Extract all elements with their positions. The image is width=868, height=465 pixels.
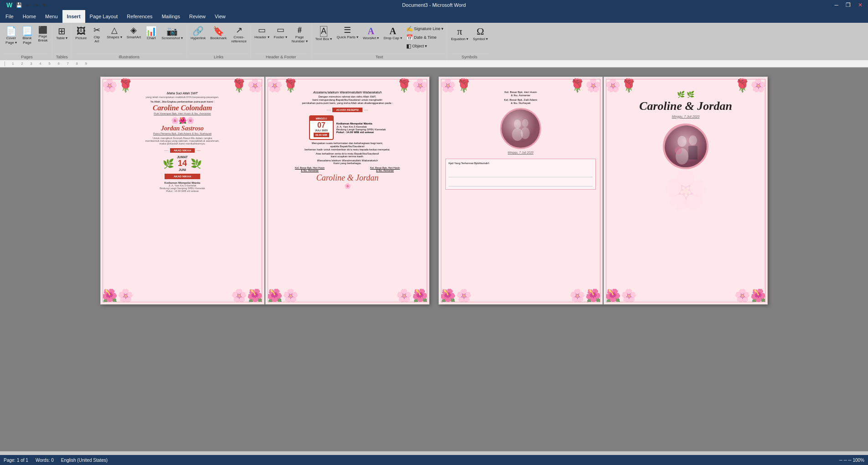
screenshot-button[interactable]: 📷 Screenshot ▾ xyxy=(160,25,185,42)
p4-date: Minggu, 7 Juli 2020 xyxy=(611,115,760,118)
illustrations-group-label: Illustrations xyxy=(73,53,185,59)
svg-point-5 xyxy=(665,125,708,169)
acara-badge: ACARA RESEPSI xyxy=(332,108,362,112)
floral-bl-1: 🌺🌸 xyxy=(102,288,134,303)
equation-button[interactable]: π Equation ▾ xyxy=(449,25,470,43)
page-4-content[interactable]: 🌸🌹 🌹🌸 🌺🌸 🌸🌺 🌸 🌿 🌿 Caroline & Jordan xyxy=(604,77,768,305)
customize-button[interactable]: ▼ xyxy=(41,2,47,8)
wordart-icon: A xyxy=(368,26,374,36)
tab-file[interactable]: File xyxy=(1,10,18,23)
page-3-content[interactable]: 🌸🌹 🌹🌸 🌺🌸 🌸🌺 Kel. Besar Bpk. Heri Husin &… xyxy=(439,77,603,305)
text-box-button[interactable]: A Text Box ▾ xyxy=(314,25,334,42)
resepsi-section: ···· ACARA RESEPSI ···· xyxy=(272,106,423,114)
signature-stack: ✍ Signature Line ▾ 📅 Date & Time ◧ Objec… xyxy=(405,25,445,50)
ribbon: 📄 CoverPage ▾ 📃 BlankPage ⬛ PageBreak Pa… xyxy=(0,23,868,60)
object-icon: ◧ xyxy=(406,43,411,49)
resepsi-venue: Kediaman Mempelai Wanita Jl. A. Yani Km.… xyxy=(336,122,386,134)
page-4-inner: 🌸🌹 🌹🌸 🌺🌸 🌸🌺 🌸 🌿 🌿 Caroline & Jordan xyxy=(604,77,767,304)
p2-honor3: berkenan hadir untuk memberikan do'a res… xyxy=(272,148,423,151)
cover-page-button[interactable]: 📄 CoverPage ▾ xyxy=(4,25,19,46)
links-group-label: Links xyxy=(189,53,248,59)
address-box: Kpd Yang Terhormat Bpk/ibu/sdr/i xyxy=(445,159,596,190)
header-button[interactable]: ▭ Header ▾ xyxy=(253,25,271,41)
tab-home[interactable]: Home xyxy=(18,10,41,23)
svg-point-8 xyxy=(689,135,697,145)
clip-art-button[interactable]: ✂ ClipArt xyxy=(89,25,104,45)
page-2-content[interactable]: 🌸🌹 🌹🌸 🌺🌸 🌸🌺 Assalamu'alaikum Warahmatull… xyxy=(265,77,429,305)
p3-family-right2: & Ibu. Nurhayati xyxy=(445,102,596,104)
undo-button[interactable]: ↩ xyxy=(25,2,31,9)
page-break-icon: ⬛ xyxy=(38,26,47,34)
zoom-controls[interactable]: ─ ─ ─ 100% xyxy=(839,458,864,463)
language-indicator: English (United States) xyxy=(61,458,108,463)
table-button[interactable]: ⊞ Table ▾ xyxy=(54,25,69,42)
table-icon: ⊞ xyxy=(58,26,66,36)
shapes-button[interactable]: △ Shapes ▾ xyxy=(105,25,124,41)
resepsi-calendar: MINGGU 07 JULI 2020 09.00 WIB xyxy=(309,115,334,140)
text-group-label: Text xyxy=(314,53,445,59)
equation-icon: π xyxy=(457,26,462,37)
text-buttons: A Text Box ▾ ☰ Quick Parts ▾ A WordArt ▾… xyxy=(314,25,445,53)
picture-button[interactable]: 🖼 Picture xyxy=(73,25,88,42)
quick-parts-button[interactable]: ☰ Quick Parts ▾ xyxy=(335,25,360,41)
time-label: Pukul : 14.00 WIB s/d selesai xyxy=(108,190,257,192)
families-row: Kel. Besar Bpk. Heri Husin & Ibu. Asmani… xyxy=(272,166,423,172)
pages-buttons: 📄 CoverPage ▾ 📃 BlankPage ⬛ PageBreak xyxy=(4,25,50,53)
page-3-text: Kel. Besar Bpk. Heri Husin & Ibu. Asmani… xyxy=(439,77,602,193)
ribbon-group-illustrations: 🖼 Picture ✂ ClipArt △ Shapes ▾ ◈ SmartAr… xyxy=(72,24,187,60)
prayer-text: Ya Allah, Jika Engkau perkenankan putra-… xyxy=(108,100,257,103)
hyperlink-button[interactable]: 🔗 Hyperlink xyxy=(189,25,207,42)
redo-button[interactable]: ↪ xyxy=(33,2,39,9)
cross-reference-button[interactable]: ↗ Cross-reference xyxy=(229,25,248,45)
smartart-icon: ◈ xyxy=(130,26,137,35)
symbols-group-label: Symbols xyxy=(449,53,490,59)
text-box-icon: A xyxy=(320,26,327,37)
svg-rect-9 xyxy=(688,146,698,160)
blank-page-button[interactable]: 📃 BlankPage xyxy=(20,25,35,46)
title-bar-left: W 💾 ↩ ↪ ▼ xyxy=(4,1,49,9)
purpose3-text: maka ijinkanlah kami menikahkannya. xyxy=(108,142,257,145)
tab-references[interactable]: References xyxy=(122,10,157,23)
akad-day: JUMAT xyxy=(177,155,188,159)
tab-mailings[interactable]: Mailings xyxy=(157,10,185,23)
drop-cap-button[interactable]: A Drop Cap ▾ xyxy=(382,25,403,42)
resepsi-venue-label: Kediaman Mempelai Wanita xyxy=(336,122,386,125)
signature-line-button[interactable]: ✍ Signature Line ▾ xyxy=(405,25,445,33)
restore-button[interactable]: ❐ xyxy=(844,2,852,8)
tab-view[interactable]: View xyxy=(210,10,230,23)
chart-icon: 📊 xyxy=(145,26,157,36)
minimize-button[interactable]: ─ xyxy=(832,2,840,8)
smartart-button[interactable]: ◈ SmartArt xyxy=(125,25,143,41)
ribbon-group-symbols: π Equation ▾ Ω Symbol ▾ Symbols xyxy=(447,24,491,60)
close-button[interactable]: ✕ xyxy=(856,2,864,8)
akad-badge2: AKAD NIKAH xyxy=(174,175,191,178)
footer-button[interactable]: ▭ Footer ▾ xyxy=(272,25,289,41)
page-break-button[interactable]: ⬛ PageBreak xyxy=(36,25,50,44)
tab-review[interactable]: Review xyxy=(185,10,210,23)
title-bar: W 💾 ↩ ↪ ▼ Document3 - Microsoft Word ─ ❐… xyxy=(0,0,868,10)
p2-thanks2: kami ucapkan terima kasih. xyxy=(272,155,423,158)
floral-br-1: 🌸🌺 xyxy=(231,288,263,303)
symbol-button[interactable]: Ω Symbol ▾ xyxy=(471,25,490,43)
chart-button[interactable]: 📊 Chart xyxy=(144,25,159,42)
tab-menu[interactable]: Menu xyxy=(41,10,62,23)
bookmark-button[interactable]: 🔖 Bookmark xyxy=(208,25,228,42)
wordart-button[interactable]: A WordArt ▾ xyxy=(361,25,381,42)
cross-reference-icon: ↗ xyxy=(236,26,243,35)
page-1-content[interactable]: 🌸🌹 🌹🌸 🌺🌸 🌸🌺 Maha Suci Allah SWT yang tel… xyxy=(100,77,264,305)
couple-photo xyxy=(500,108,541,149)
date-details: JUMAT 14 JUNI xyxy=(177,155,188,171)
p2-honor: Merupakan suatu kehormatan dan kebahagia… xyxy=(272,142,423,145)
tab-insert[interactable]: Insert xyxy=(62,10,85,23)
page-number-button[interactable]: # PageNumber ▾ xyxy=(290,25,310,45)
ribbon-group-header-footer: ▭ Header ▾ ▭ Footer ▾ # PageNumber ▾ Hea… xyxy=(251,24,312,60)
tab-page-layout[interactable]: Page Layout xyxy=(85,10,123,23)
page-2-text: Assalamu'alaikum Warahmatullahi Wabaraka… xyxy=(266,77,429,193)
couple-photo-svg xyxy=(501,109,540,148)
date-time-button[interactable]: 📅 Date & Time xyxy=(405,33,445,41)
resepsi-time-label: Pukul : 14.00 WIB s/d selesai xyxy=(336,131,386,134)
object-button[interactable]: ◧ Object ▾ xyxy=(405,42,445,50)
svg-point-0 xyxy=(501,109,540,148)
save-button[interactable]: 💾 xyxy=(15,2,23,9)
floral-bl-3: 🌺🌸 xyxy=(440,288,472,303)
